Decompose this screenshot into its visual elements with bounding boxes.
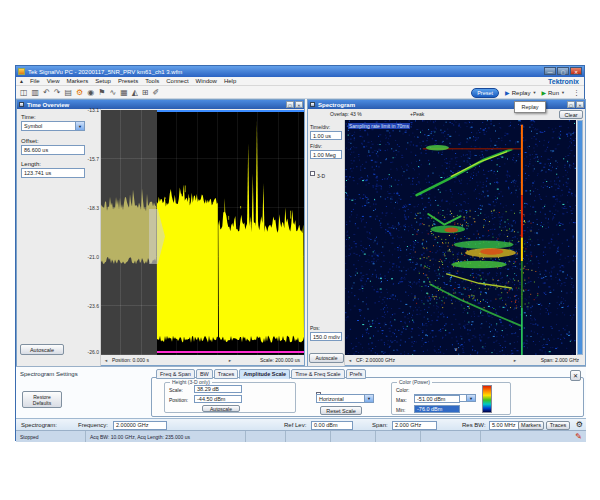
run-button[interactable]: Run (548, 90, 559, 96)
menu-setup[interactable]: Setup (95, 78, 111, 84)
panel-maximize-icon[interactable]: ▢ (286, 101, 294, 108)
annotate-icon[interactable]: ✐ (153, 87, 160, 98)
frequency-field[interactable]: 2.00000 GHz (113, 421, 167, 430)
checkbox-icon (310, 171, 315, 176)
markers-button[interactable]: Markers (518, 421, 544, 430)
color-max-field[interactable]: -51.00 dBm (414, 395, 460, 403)
run-play-icon: ▶ (541, 89, 546, 96)
rbw-label: Res BW: (462, 422, 486, 428)
close-button[interactable]: ✕ (570, 67, 582, 75)
waterfall-3d-checkbox[interactable]: 3-D (310, 164, 325, 182)
chevron-down-icon[interactable]: ▼ (466, 395, 475, 401)
tab-prefs[interactable]: Prefs (346, 369, 367, 379)
menu-help[interactable]: Help (224, 78, 236, 84)
waterfall-dropdown[interactable]: Horizontal ▼ (316, 394, 374, 403)
scroll-left-icon[interactable]: ◄ (348, 358, 352, 363)
tab-amplitude-scale[interactable]: Amplitude Scale (239, 369, 290, 379)
menu-file[interactable]: File (30, 78, 40, 84)
gear-icon[interactable]: ⚙ (576, 420, 583, 429)
open-icon[interactable]: ◫ (20, 87, 28, 98)
tab-freq-span[interactable]: Freq & Span (156, 369, 195, 379)
spectrogram-scrollbar[interactable] (577, 120, 583, 355)
maximize-button[interactable]: ▢ (557, 67, 569, 75)
trigger-icon[interactable]: ◭ (132, 87, 138, 98)
scroll-right-icon[interactable]: ► (513, 358, 517, 363)
more-menu-icon[interactable]: ⋮ (573, 89, 580, 97)
minimize-button[interactable]: ― (544, 67, 556, 75)
replay-button[interactable]: Replay (512, 90, 531, 96)
offset-value: 86.600 us (24, 147, 48, 153)
menu-markers[interactable]: Markers (67, 78, 89, 84)
clear-button[interactable]: Clear (559, 110, 583, 119)
tab-traces[interactable]: Traces (214, 369, 239, 379)
settings-close-button[interactable]: ✕ (570, 370, 581, 381)
height-scale-field[interactable]: 38.29 dB (194, 385, 242, 393)
window-titlebar: Tek SignalVu PC - 20200117_5NR_PRV km61_… (16, 66, 584, 77)
redo-icon[interactable]: ↷ (54, 87, 61, 98)
app-menu-icon[interactable]: ▲ (19, 78, 24, 84)
spectrogram-overlay-text: Sampling rate limit in 70ms (348, 123, 410, 129)
menu-view[interactable]: View (47, 78, 60, 84)
toolbar: ◫ ▥ ↶ ↷ ▤ ⚙ ◉ ⚑ ∿ ▦ ◭ ⊞ ✐ Preset ▶ Repla… (16, 86, 584, 99)
target-icon[interactable]: ◉ (87, 87, 94, 98)
time-overview-waveform[interactable] (101, 110, 304, 355)
ref-level-label: Ref Lev: (284, 422, 306, 428)
time-dropdown[interactable]: Symbol ▼ (21, 121, 85, 131)
undo-icon[interactable]: ↶ (43, 87, 50, 98)
tab-time-freq-scale[interactable]: Time & Freq Scale (291, 369, 344, 379)
annotation-pen-icon[interactable]: ✎ (575, 432, 582, 441)
settings-gear-icon[interactable]: ⚙ (76, 87, 83, 98)
reset-scale-button[interactable]: Reset Scale (320, 406, 362, 415)
grid-display-icon[interactable]: ▦ (120, 87, 128, 98)
panel-maximize-icon[interactable]: ▢ (567, 101, 575, 108)
offset-field[interactable]: 86.600 us (21, 145, 85, 155)
ref-level-field[interactable]: 0.00 dBm (311, 421, 353, 430)
overlap-readout: Overlap: 43 % (330, 111, 362, 117)
pos-field[interactable]: 150.0 mdiv (310, 332, 342, 341)
selected-line-marker-icon[interactable]: ∨ (454, 346, 458, 352)
restore-defaults-button[interactable]: Restore Defaults (22, 391, 62, 408)
pos-value: 150.0 mdiv (313, 334, 340, 340)
fdiv-field[interactable]: 1.00 Meg (310, 150, 342, 159)
menu-tools[interactable]: Tools (145, 78, 159, 84)
run-caret-icon[interactable]: ▼ (561, 90, 565, 95)
time-label: Time: (21, 114, 36, 120)
scrollbar-thumb[interactable] (578, 121, 582, 354)
spectrum-time-indicator-line (157, 351, 304, 353)
panel-close-icon[interactable]: ✕ (295, 101, 303, 108)
autoscale-label: Autoscale (316, 355, 338, 361)
save-icon[interactable]: ▥ (32, 87, 40, 98)
tab-bw[interactable]: BW (196, 369, 213, 379)
marker-flag-icon[interactable]: ⚑ (98, 87, 105, 98)
span-field[interactable]: 2.000 GHz (392, 421, 437, 430)
frequency-label: Frequency: (78, 422, 108, 428)
menu-presets[interactable]: Presets (118, 78, 138, 84)
screenshot-canvas: Tek SignalVu PC - 20200117_5NR_PRV km61_… (0, 0, 600, 500)
signal-icon[interactable]: ∿ (109, 87, 116, 98)
signalvu-window: Tek SignalVu PC - 20200117_5NR_PRV km61_… (15, 65, 585, 441)
time-overview-controls: Time: Symbol ▼ Offset: 86.600 us Length:… (17, 109, 101, 367)
color-min-field[interactable]: -76.0 dBm (414, 405, 460, 413)
window-layout-icon[interactable]: ⊞ (142, 87, 149, 98)
timediv-value: 1.00 us (313, 133, 331, 139)
height-position-field[interactable]: -44.50 dBm (194, 395, 242, 403)
print-icon[interactable]: ▤ (65, 87, 73, 98)
spectrogram-plot[interactable] (345, 120, 576, 355)
traces-button[interactable]: Traces (546, 421, 570, 430)
chevron-down-icon[interactable]: ▼ (75, 122, 84, 130)
menu-connect[interactable]: Connect (166, 78, 188, 84)
spectrogram-panel-icon (310, 102, 315, 107)
panel-close-icon[interactable]: ✕ (576, 101, 584, 108)
chevron-down-icon[interactable]: ▼ (364, 395, 373, 402)
spectrogram-autoscale-button[interactable]: Autoscale (309, 353, 344, 363)
scroll-right-icon[interactable]: ► (228, 358, 232, 363)
length-field[interactable]: 123.741 us (21, 168, 85, 178)
timediv-field[interactable]: 1.00 us (310, 131, 342, 140)
time-overview-header[interactable]: Time Overview ▢ ✕ (17, 100, 304, 109)
menu-window[interactable]: Window (196, 78, 217, 84)
preset-button[interactable]: Preset (471, 88, 499, 98)
replay-caret-icon[interactable]: ▼ (532, 90, 536, 95)
time-overview-autoscale-button[interactable]: Autoscale (20, 344, 64, 355)
height-autoscale-button[interactable]: Autoscale (202, 405, 240, 412)
scroll-left-icon[interactable]: ◄ (104, 358, 108, 363)
